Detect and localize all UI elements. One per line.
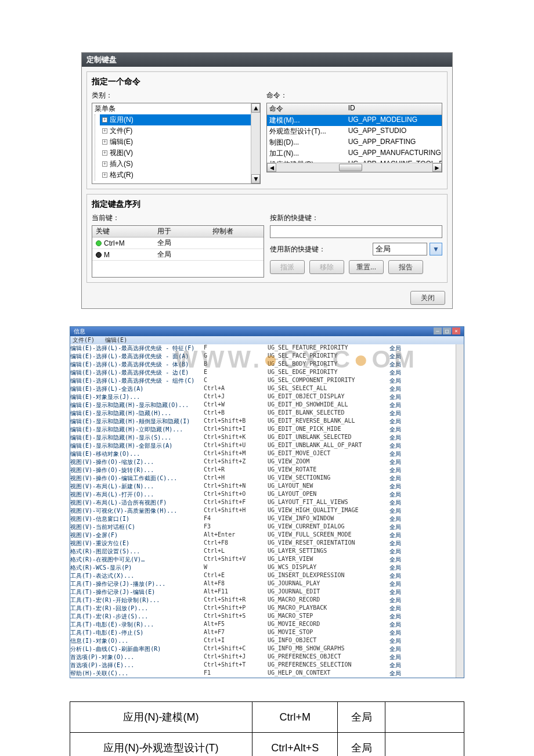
menu-edit[interactable]: 编辑(E)	[105, 337, 127, 343]
tree-root[interactable]: 菜单条	[92, 103, 260, 114]
scrollbar[interactable]: ▲ ▼	[251, 103, 260, 183]
panel-command: 指定一个命令 类别： 菜单条 +应用(N) +文件(F) +编辑(E) +视图(…	[86, 71, 448, 189]
info-row: 编辑(E)-显示和隐藏(H)-显示和隐藏(O)...Ctrl+WUG_EDIT_…	[70, 401, 456, 409]
h-scrollbar[interactable]: ◄ ►	[267, 163, 442, 172]
expand-icon[interactable]: +	[102, 161, 107, 167]
panel-sequence: 指定键盘序列 当前键： 关键 用于 抑制者 Ctrl+M全局M全局 按新的快捷键…	[86, 194, 448, 283]
info-row: 帮助(H)-关联(C)...F1UG_HELP_ON_CONTEXT全局	[70, 669, 456, 678]
info-row: 视图(V)-布局(L)-适合所有视图(F)Ctrl+Shift+FUG_LAYO…	[70, 499, 456, 507]
info-title-text: 信息	[74, 327, 85, 336]
summary-table: 应用(N)-建模(M)Ctrl+M全局应用(N)-外观造型设计(T)Ctrl+A…	[70, 701, 464, 756]
info-body: WWW.●CX.C●OM 编辑(E)-选择(L)-最高选择优先级 - 特征(F)…	[70, 344, 464, 678]
info-row: 编辑(E)-移动对象(O)...Ctrl+Shift+MUG_EDIT_MOVE…	[70, 450, 456, 458]
minimize-icon[interactable]: –	[434, 327, 442, 334]
info-window: 信息 – □ × 文件(F) 编辑(E) WWW.●CX.C●OM 编辑(E)-…	[70, 326, 464, 678]
scroll-thumb[interactable]	[339, 164, 362, 171]
cmdgrid-header: 命令 ID	[267, 103, 442, 115]
key-row[interactable]: Ctrl+M全局	[92, 237, 264, 249]
cmdgrid-head-cmd: 命令	[267, 103, 345, 114]
info-row: 工具(T)-表达式(X)...Ctrl+EUG_INSERT_DLEXPRESS…	[70, 572, 456, 580]
expand-icon[interactable]: +	[102, 139, 107, 145]
scope-select[interactable]	[373, 243, 427, 255]
new-shortcut-input[interactable]	[270, 225, 442, 238]
scroll-left-icon[interactable]: ◄	[267, 163, 276, 172]
info-row: 工具(T)-操作记录(J)-播放(P)...Alt+F8UG_JOURNAL_P…	[70, 580, 456, 588]
info-row: 格式(R)-WCS-显示(P)WUG_WCS_DISPLAY全局	[70, 564, 456, 572]
scrollbar[interactable]	[456, 344, 464, 678]
keygrid-header: 关键 用于 抑制者	[92, 226, 264, 237]
info-row: 首选项(P)-选择(E)...Ctrl+Shift+TUG_PREFERENCE…	[70, 661, 456, 669]
category-listbox[interactable]: 菜单条 +应用(N) +文件(F) +编辑(E) +视图(V) +插入(S) +…	[92, 103, 261, 184]
info-row: 工具(T)-电影(E)-停止(S)Alt+F7UG_MOVIE_STOP全局	[70, 629, 456, 637]
assign-button[interactable]: 指派	[270, 260, 305, 274]
info-row: 工具(T)-宏(R)-开始录制(R)...Ctrl+Shift+RUG_MACR…	[70, 596, 456, 604]
dropdown-icon[interactable]: ▼	[430, 243, 442, 255]
info-menu: 文件(F) 编辑(E)	[70, 336, 464, 344]
info-row: 信息(I)-对象(O)...Ctrl+IUG_INFO_OBJECT全局	[70, 637, 456, 645]
scroll-up-icon[interactable]: ▲	[251, 103, 260, 113]
kh-usedin: 用于	[154, 226, 208, 237]
info-row: 工具(T)-操作记录(J)-编辑(E)Alt+F11UG_JOURNAL_EDI…	[70, 588, 456, 596]
command-row[interactable]: 制图(D)...UG_APP_DRAFTING	[267, 137, 442, 148]
panel-sequence-title: 指定键盘序列	[92, 199, 442, 210]
reset-button[interactable]: 重置...	[349, 260, 384, 274]
info-row: 编辑(E)-显示和隐藏(H)-立即隐藏(M)...Ctrl+Shift+IUG_…	[70, 426, 456, 434]
command-grid[interactable]: 命令 ID 建模(M)...UG_APP_MODELING外观造型设计(T)..…	[266, 103, 442, 172]
info-row: 视图(V)-当前对话框(C)F3UG_VIEW_CURRENT_DIALOG全局	[70, 523, 456, 531]
tree-item-app[interactable]: +应用(N)	[100, 114, 260, 125]
tree-item-file[interactable]: +文件(F)	[100, 125, 260, 136]
info-row: 视图(V)-布局(L)-新建(N)...Ctrl+Shift+NUG_LAYOU…	[70, 483, 456, 491]
info-row: 格式(R)-在视图中可见(V)…Ctrl+Shift+VUG_LAYER_VIE…	[70, 556, 456, 564]
close-button[interactable]: 关闭	[410, 291, 445, 305]
info-row: 编辑(E)-选择(L)-最高选择优先级 - 边(E)EUG_SEL_EDGE_P…	[70, 369, 456, 377]
window-controls: – □ ×	[434, 327, 460, 336]
status-dot-icon	[96, 252, 102, 258]
kh-key: 关键	[92, 226, 154, 237]
maximize-icon[interactable]: □	[443, 327, 451, 334]
label-current: 当前键：	[92, 213, 264, 223]
command-row[interactable]: 建模(M)...UG_APP_MODELING	[267, 115, 442, 126]
info-row: 视图(V)-可视化(V)-高质量图像(H)...Ctrl+Shift+HUG_V…	[70, 507, 456, 515]
kh-sup: 抑制者	[209, 226, 264, 237]
dialog-title: 定制键盘	[82, 53, 452, 67]
close-icon[interactable]: ×	[452, 327, 460, 334]
info-row: 视图(V)-信息窗口(I)F4UG_VIEW_INFO_WINDOW全局	[70, 515, 456, 523]
expand-icon[interactable]: +	[102, 117, 107, 123]
expand-icon[interactable]: +	[102, 150, 107, 156]
info-row: 格式(R)-图层设置(S)...Ctrl+LUG_LAYER_SETTINGS全…	[70, 548, 456, 556]
command-row[interactable]: 外观造型设计(T)...UG_APP_STUDIO	[267, 126, 442, 137]
key-row[interactable]: M全局	[92, 249, 264, 261]
info-row: 视图(V)-全屏(F)Alt+EnterUG_VIEW_FULL_SCREEN_…	[70, 531, 456, 539]
info-row: 编辑(E)-显示和隐藏(H)-颠倒显示和隐藏(I)Ctrl+Shift+BUG_…	[70, 417, 456, 426]
cmdgrid-body: 建模(M)...UG_APP_MODELING外观造型设计(T)...UG_AP…	[267, 115, 442, 163]
info-row: 编辑(E)-显示和隐藏(H)-隐藏(H)...Ctrl+BUG_EDIT_BLA…	[70, 409, 456, 417]
info-row: 视图(V)-布局(L)-打开(O)...Ctrl+Shift+OUG_LAYOU…	[70, 491, 456, 499]
customize-keyboard-dialog: 定制键盘 指定一个命令 类别： 菜单条 +应用(N) +文件(F) +编辑(E)…	[81, 52, 453, 309]
scroll-right-icon[interactable]: ►	[432, 163, 442, 172]
info-row: 视图(V)-重设方位(E)Ctrl+F8UG_VIEW_RESET_ORIENT…	[70, 539, 456, 548]
report-button[interactable]: 报告	[388, 260, 423, 274]
info-row: 编辑(E)-选择(L)-最高选择优先级 - 特征(F)FUG_SEL_FEATU…	[70, 344, 456, 352]
tree-item-insert[interactable]: +插入(S)	[100, 159, 260, 170]
info-row: 视图(V)-操作(O)-旋转(R)...Ctrl+RUG_VIEW_ROTATE…	[70, 466, 456, 474]
tree-children: +应用(N) +文件(F) +编辑(E) +视图(V) +插入(S) +格式(R…	[95, 114, 260, 181]
command-row[interactable]: 加工(N)...UG_APP_MANUFACTURING	[267, 148, 442, 159]
info-row: 编辑(E)-显示和隐藏(H)-全部显示(A)Ctrl+Shift+UUG_EDI…	[70, 442, 456, 450]
expand-icon[interactable]: +	[102, 172, 107, 178]
status-dot-icon	[96, 240, 102, 246]
info-row: 编辑(E)-对象显示(J)...Ctrl+JUG_EDIT_OBJECT_DIS…	[70, 393, 456, 401]
current-keys-grid[interactable]: 关键 用于 抑制者 Ctrl+M全局M全局	[92, 225, 264, 278]
tree-item-format[interactable]: +格式(R)	[100, 170, 260, 181]
info-row: 编辑(E)-选择(L)-最高选择优先级 - 体(B)BUG_SEL_BODY_P…	[70, 361, 456, 369]
tree-item-view[interactable]: +视图(V)	[100, 147, 260, 159]
info-row: 分析(L)-曲线(C)-刷新曲率图(R)Ctrl+Shift+CUG_INFO_…	[70, 645, 456, 653]
expand-icon[interactable]: +	[102, 128, 107, 134]
label-command: 命令：	[266, 91, 442, 100]
tree-item-edit[interactable]: +编辑(E)	[100, 136, 260, 147]
remove-button[interactable]: 移除	[309, 260, 344, 274]
menu-file[interactable]: 文件(F)	[73, 337, 95, 343]
label-usenew: 使用新的快捷键：	[270, 244, 367, 254]
panel-command-title: 指定一个命令	[92, 77, 442, 87]
command-row[interactable]: 机床构建器(B)UG_APP_MACHINE_TOOL_BUILDER	[267, 159, 442, 163]
scroll-down-icon[interactable]: ▼	[251, 174, 260, 183]
